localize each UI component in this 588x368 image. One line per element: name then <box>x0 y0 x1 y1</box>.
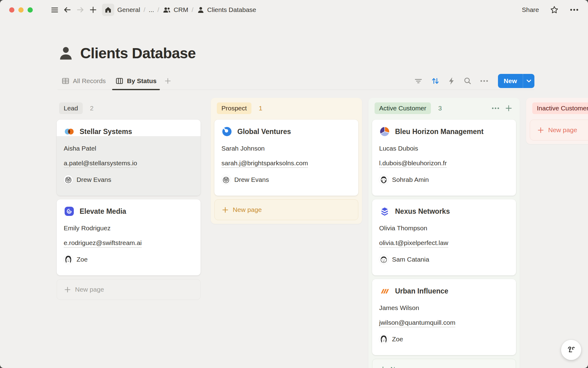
sidebar-toggle-button[interactable] <box>48 3 61 16</box>
card-nexus-networks[interactable]: Nexus Networks Olivia Thompson olivia.t@… <box>372 199 516 275</box>
breadcrumb-label: ... <box>149 6 154 13</box>
card-urban-influence[interactable]: Urban Influence James Wilson jwilson@qua… <box>372 279 516 355</box>
column-inactive-customer: Inactive Customer New page <box>526 98 588 144</box>
breadcrumb-item-crm[interactable]: CRM <box>163 6 188 14</box>
new-page-label: New page <box>233 206 262 213</box>
breadcrumb-separator: / <box>192 6 194 13</box>
new-page-label: New page <box>390 366 420 368</box>
breadcrumb-separator: / <box>157 6 159 13</box>
swirl-circle-icon <box>221 126 232 137</box>
new-page-button-prospect[interactable]: New page <box>214 199 358 220</box>
view-controls: New <box>414 74 534 88</box>
pie-segments-icon <box>379 126 390 137</box>
forward-button[interactable] <box>74 3 87 16</box>
contact-name: Olivia Thompson <box>379 224 509 232</box>
people-icon <box>163 6 171 14</box>
email-link[interactable]: e.rodriguez@swiftstream.ai <box>64 239 142 247</box>
ai-face-icon <box>565 344 577 356</box>
breadcrumb-item-general[interactable]: General <box>117 6 140 13</box>
owner-row: Zoe <box>379 335 509 344</box>
chevron-down-icon <box>526 79 532 83</box>
column-active-customer-header: Active Customer 3 <box>372 102 516 114</box>
new-page-label: New page <box>548 126 577 134</box>
contact-name: James Wilson <box>379 304 509 312</box>
plus-icon <box>537 127 544 134</box>
plus-icon <box>222 206 229 213</box>
sort-icon[interactable] <box>431 77 439 85</box>
email-link[interactable]: l.dubois@bleuhorizon.fr <box>379 159 447 168</box>
person-icon <box>197 6 205 14</box>
tab-label: By Status <box>127 77 156 85</box>
zoom-window-button[interactable] <box>28 7 33 13</box>
more-options-icon[interactable] <box>570 8 579 11</box>
breadcrumb-label: Clients Database <box>207 6 256 13</box>
new-record-label[interactable]: New <box>498 74 523 88</box>
owner-name: Drew Evans <box>77 176 111 183</box>
email-link[interactable]: a.patel@stellarsystems.io <box>64 159 137 168</box>
avatar <box>379 255 388 264</box>
close-window-button[interactable] <box>9 7 14 13</box>
column-lead: Lead 2 Stellar Systems Aisha Patel a.pat… <box>53 98 204 304</box>
owner-name: Sohrab Amin <box>392 176 429 183</box>
tab-all-records[interactable]: All Records <box>58 72 110 90</box>
avatar <box>64 175 73 184</box>
email-link[interactable]: olivia.t@pixelperfect.law <box>379 239 448 247</box>
automation-lightning-icon[interactable] <box>448 77 455 85</box>
card-stellar-systems[interactable]: Stellar Systems Aisha Patel a.patel@stel… <box>57 120 201 196</box>
new-page-button-inactive-customer[interactable]: New page <box>530 120 588 140</box>
avatar <box>379 335 388 344</box>
column-active-customer: Active Customer 3 Bleu Horizon Mana <box>368 98 520 368</box>
arrow-left-icon <box>63 6 72 14</box>
card-title: Global Ventures <box>237 128 291 136</box>
contact-name: Sarah Johnson <box>221 145 351 152</box>
minimize-window-button[interactable] <box>18 7 24 13</box>
spiral-icon <box>64 206 75 217</box>
filter-icon[interactable] <box>414 77 423 85</box>
card-title: Nexus Networks <box>395 207 450 216</box>
column-lead-header: Lead 2 <box>57 102 201 114</box>
card-title: Urban Influence <box>395 287 448 295</box>
owner-name: Drew Evans <box>234 176 269 183</box>
avatar <box>221 175 231 184</box>
ai-assistant-button[interactable] <box>561 340 581 360</box>
card-bleu-horizon-management[interactable]: Bleu Horizon Management Lucas Dubois l.d… <box>372 120 516 196</box>
back-button[interactable] <box>61 3 74 16</box>
card-global-ventures[interactable]: Global Ventures Sarah Johnson sarah.j@br… <box>214 120 358 196</box>
breadcrumb-item-clients-database[interactable]: Clients Database <box>197 6 256 14</box>
add-view-button[interactable] <box>164 77 172 85</box>
owner-row: Sohrab Amin <box>379 175 509 184</box>
status-badge[interactable]: Prospect <box>217 102 251 114</box>
view-bar: All Records By Status <box>58 72 534 90</box>
favorite-star-icon[interactable] <box>550 6 559 14</box>
card-title: Elevate Media <box>80 207 126 216</box>
window-controls <box>9 7 33 13</box>
new-page-button-active-customer[interactable]: New page <box>372 359 516 368</box>
new-page-button-lead[interactable]: New page <box>57 279 201 300</box>
email-link[interactable]: sarah.j@brightsparksolns.com <box>221 159 308 168</box>
home-icon <box>105 6 111 13</box>
avatar <box>64 255 73 264</box>
breadcrumb-overflow-button[interactable]: ... <box>149 6 154 13</box>
status-badge[interactable]: Lead <box>59 102 83 114</box>
breadcrumb-label: CRM <box>174 6 188 13</box>
column-inactive-customer-header: Inactive Customer <box>530 102 588 114</box>
status-badge[interactable]: Inactive Customer <box>532 102 588 114</box>
column-more-options-icon[interactable] <box>492 107 499 109</box>
share-button[interactable]: Share <box>522 6 539 13</box>
view-tabs: All Records By Status <box>58 72 172 90</box>
email-link[interactable]: jwilson@quantumquill.com <box>379 319 455 327</box>
new-tab-button[interactable] <box>87 3 100 16</box>
search-icon[interactable] <box>463 77 472 85</box>
new-record-button[interactable]: New <box>498 74 534 88</box>
tab-by-status[interactable]: By Status <box>111 72 160 90</box>
view-more-options-icon[interactable] <box>480 80 488 82</box>
new-record-dropdown[interactable] <box>523 74 534 88</box>
status-badge[interactable]: Active Customer <box>375 102 431 114</box>
contact-name: Lucas Dubois <box>379 145 509 152</box>
home-button[interactable] <box>102 4 114 16</box>
topbar-actions: Share <box>522 6 579 14</box>
card-elevate-media[interactable]: Elevate Media Emily Rodriguez e.rodrigue… <box>57 199 201 275</box>
page-person-icon[interactable] <box>58 45 74 62</box>
diagonal-stripes-icon <box>379 286 390 297</box>
column-add-card-icon[interactable] <box>505 105 512 112</box>
